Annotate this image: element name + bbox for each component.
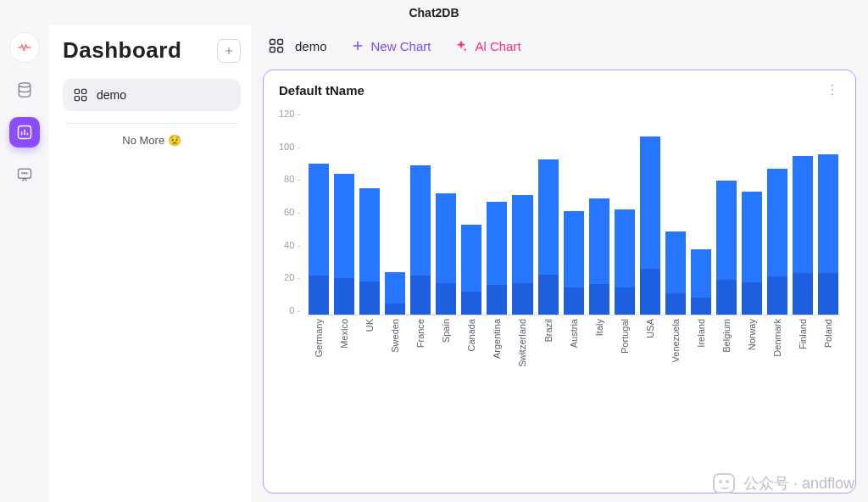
breadcrumb-demo[interactable]: demo: [268, 37, 327, 54]
bar[interactable]: [538, 159, 559, 315]
x-tick: Poland: [818, 319, 838, 367]
chart-card: Default tName ⋯ 120100806040200 GermanyM…: [263, 70, 856, 494]
x-tick: Denmark: [767, 319, 787, 367]
bar[interactable]: [564, 211, 584, 315]
chart-plot: 120100806040200 GermanyMexicoUKSwedenFra…: [279, 103, 840, 486]
x-tick: Argentina: [487, 319, 507, 367]
dashboard-grid-icon: [268, 37, 285, 54]
bar[interactable]: [436, 193, 456, 315]
svg-point-0: [19, 83, 30, 87]
svg-point-3: [22, 173, 23, 174]
x-tick: Austria: [564, 319, 584, 367]
y-tick: 40: [284, 240, 300, 250]
bar[interactable]: [309, 164, 329, 315]
y-tick: 20: [284, 272, 300, 282]
card-menu-button[interactable]: ⋯: [825, 83, 841, 98]
bar[interactable]: [742, 192, 762, 315]
bar[interactable]: [359, 188, 380, 315]
svg-rect-8: [75, 97, 79, 101]
bar[interactable]: [589, 198, 609, 315]
x-tick: France: [410, 319, 431, 367]
y-axis: 120100806040200: [279, 103, 307, 315]
bar[interactable]: [793, 156, 813, 315]
x-tick: UK: [359, 319, 380, 367]
x-tick: Brazil: [538, 319, 559, 367]
bar[interactable]: [691, 249, 711, 315]
y-tick: 80: [284, 174, 300, 184]
bar[interactable]: [716, 181, 737, 315]
new-chart-button[interactable]: New Chart: [351, 39, 431, 53]
y-tick: 0: [289, 305, 300, 315]
toolbar: demo New Chart Al Chart: [263, 32, 856, 70]
bar[interactable]: [461, 225, 481, 315]
sidebar: Dashboard demo No More 😟: [49, 25, 251, 502]
y-tick: 60: [284, 207, 300, 217]
x-tick: Belgium: [716, 319, 737, 367]
svg-rect-9: [82, 97, 86, 101]
x-tick: Spain: [436, 319, 456, 367]
y-tick: 120: [279, 109, 300, 119]
svg-rect-12: [270, 47, 275, 53]
bars-container: [307, 103, 840, 315]
x-tick: Venezuela: [665, 319, 686, 367]
new-chart-label: New Chart: [371, 39, 431, 53]
window-titlebar: Chat2DB: [0, 0, 868, 25]
sidebar-title: Dashboard: [63, 37, 181, 64]
x-tick: Switzerland: [512, 319, 532, 367]
x-tick: Germany: [309, 319, 329, 367]
breadcrumb-label: demo: [295, 39, 327, 53]
bar[interactable]: [512, 195, 532, 315]
x-axis: GermanyMexicoUKSwedenFranceSpainCanadaAr…: [307, 315, 840, 367]
chart-title: Default tName: [279, 83, 364, 98]
x-tick: Mexico: [334, 319, 354, 367]
bar[interactable]: [615, 209, 635, 315]
ai-chart-button[interactable]: Al Chart: [454, 39, 520, 53]
bar[interactable]: [640, 137, 660, 315]
add-dashboard-button[interactable]: [217, 39, 241, 63]
sidebar-item-demo[interactable]: demo: [63, 79, 241, 111]
bar[interactable]: [410, 165, 431, 315]
avatar[interactable]: [9, 32, 40, 63]
dashboard-grid-icon: [73, 87, 88, 103]
bar[interactable]: [818, 154, 838, 315]
avatar-icon: [17, 42, 32, 53]
sidebar-item-label: demo: [97, 88, 126, 102]
x-tick: Sweden: [385, 319, 405, 367]
svg-point-4: [25, 173, 25, 174]
ai-chart-label: Al Chart: [475, 39, 520, 53]
nav-databases[interactable]: [9, 75, 40, 105]
bar-chart-icon: [16, 124, 33, 141]
main-panel: demo New Chart Al Chart Default tName ⋯ …: [251, 25, 868, 502]
nav-rail: [0, 25, 49, 502]
bar[interactable]: [487, 202, 507, 315]
bar[interactable]: [334, 174, 354, 315]
x-tick: Canada: [461, 319, 481, 367]
svg-rect-10: [270, 40, 275, 45]
bar[interactable]: [767, 169, 787, 315]
chat-icon: [16, 166, 33, 183]
x-tick: Ireland: [691, 319, 711, 367]
svg-rect-6: [75, 89, 79, 93]
x-tick: Finland: [793, 319, 813, 367]
nav-dashboard[interactable]: [9, 117, 40, 148]
x-tick: USA: [640, 319, 660, 367]
x-tick: Italy: [589, 319, 609, 367]
x-tick: Norway: [742, 319, 762, 367]
svg-rect-13: [278, 47, 283, 53]
svg-rect-11: [278, 40, 283, 45]
x-tick: Portugal: [615, 319, 635, 367]
svg-point-5: [26, 173, 27, 174]
svg-rect-7: [82, 89, 86, 93]
app-title: Chat2DB: [409, 6, 459, 20]
database-icon: [16, 81, 33, 98]
no-more-label: No More 😟: [66, 123, 237, 147]
bar[interactable]: [665, 231, 686, 315]
nav-chat[interactable]: [9, 159, 40, 190]
plus-icon: [351, 39, 364, 53]
sparkle-icon: [454, 39, 468, 53]
y-tick: 100: [279, 142, 300, 152]
plus-icon: [223, 45, 235, 57]
bar[interactable]: [385, 272, 405, 315]
